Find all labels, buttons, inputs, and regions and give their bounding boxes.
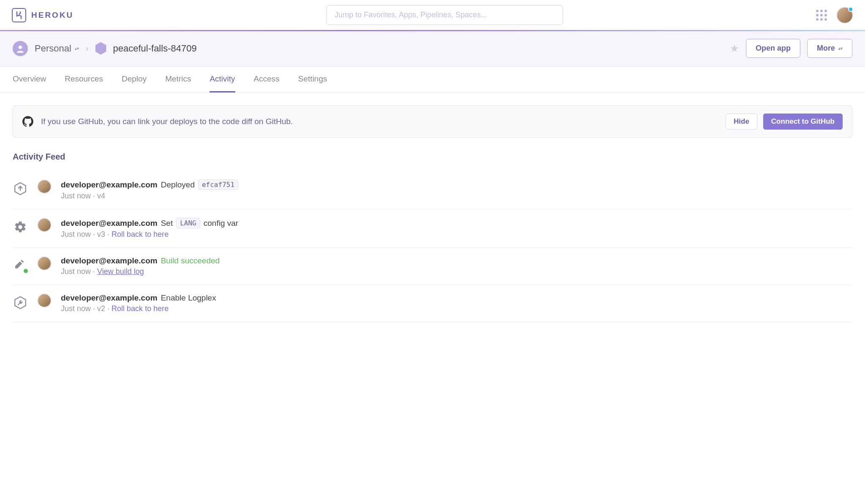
app-hex-icon: [95, 42, 106, 55]
user-avatar-small: [37, 218, 52, 232]
updown-icon: ▴▾: [838, 47, 843, 50]
feed-summary: developer@example.com Set LANG config va…: [61, 218, 852, 228]
more-label: More: [817, 44, 835, 53]
gear-icon: [13, 219, 28, 235]
github-icon: [22, 116, 33, 127]
feed-body: developer@example.com Deployed efcaf751 …: [61, 179, 852, 201]
feed-item: developer@example.com Enable Logplex Jus…: [13, 285, 852, 322]
app-name: peaceful-falls-84709: [113, 43, 197, 54]
feed-user: developer@example.com: [61, 256, 158, 266]
build-icon: [13, 258, 28, 273]
tab-access[interactable]: Access: [254, 67, 280, 92]
person-icon: [13, 41, 28, 56]
feed-summary: developer@example.com Build succeeded: [61, 256, 852, 266]
content: If you use GitHub, you can link your dep…: [0, 93, 865, 335]
user-avatar[interactable]: [836, 7, 853, 24]
svg-point-0: [19, 46, 22, 49]
banner-left: If you use GitHub, you can link your dep…: [22, 116, 293, 127]
feed-item: developer@example.com Build succeeded Ju…: [13, 248, 852, 285]
banner-actions: Hide Connect to GitHub: [726, 114, 843, 130]
feed-version: v2: [97, 304, 105, 313]
topbar-right: [816, 7, 853, 24]
tab-resources[interactable]: Resources: [65, 67, 103, 92]
feed-body: developer@example.com Set LANG config va…: [61, 218, 852, 239]
breadcrumb-actions: ★ Open app More ▴▾: [730, 39, 852, 58]
team-name: Personal: [35, 43, 71, 54]
banner-text: If you use GitHub, you can link your dep…: [41, 117, 293, 126]
updown-icon: ▴▾: [75, 47, 79, 50]
feed-meta: Just now · View build log: [61, 267, 852, 276]
feed-meta: Just now · v3 · Roll back to here: [61, 230, 852, 239]
breadcrumb: Personal ▴▾ › peaceful-falls-84709: [13, 41, 197, 56]
feed-meta: Just now · v4: [61, 192, 852, 201]
feed-item: developer@example.com Deployed efcaf751 …: [13, 171, 852, 209]
user-avatar-small: [37, 256, 52, 271]
feed-action: Deployed: [161, 180, 195, 190]
feed-version: v4: [97, 192, 105, 200]
rollback-link[interactable]: Roll back to here: [112, 304, 169, 313]
open-app-button[interactable]: Open app: [746, 39, 800, 58]
feed-action: Enable Logplex: [161, 293, 216, 303]
feed-time: Just now: [61, 304, 91, 313]
search-input[interactable]: [326, 5, 563, 25]
feed-suffix: config var: [204, 219, 238, 228]
deploy-icon: [13, 181, 28, 196]
feed-summary: developer@example.com Enable Logplex: [61, 293, 852, 303]
chevron-right-icon: ›: [86, 43, 89, 53]
feed-user: developer@example.com: [61, 219, 158, 228]
star-icon[interactable]: ★: [730, 43, 739, 54]
tab-settings[interactable]: Settings: [298, 67, 327, 92]
apps-grid-icon[interactable]: [816, 10, 827, 21]
search-container: [73, 5, 816, 25]
feed-summary: developer@example.com Deployed efcaf751: [61, 179, 852, 190]
logo[interactable]: HEROKU: [12, 8, 73, 22]
feed-user: developer@example.com: [61, 180, 158, 190]
success-badge-icon: [23, 268, 29, 274]
notification-dot-icon: [848, 7, 853, 12]
feed-item: developer@example.com Set LANG config va…: [13, 209, 852, 248]
user-avatar-small: [37, 293, 52, 308]
config-var-chip: LANG: [176, 218, 200, 228]
tabs: Overview Resources Deploy Metrics Activi…: [0, 67, 865, 93]
tab-activity[interactable]: Activity: [209, 67, 235, 92]
brand-text: HEROKU: [31, 11, 73, 20]
commit-chip[interactable]: efcaf751: [198, 179, 238, 190]
user-avatar-small: [37, 179, 52, 194]
tab-deploy[interactable]: Deploy: [122, 67, 147, 92]
feed-user: developer@example.com: [61, 293, 158, 303]
feed-title: Activity Feed: [13, 152, 852, 162]
team-selector[interactable]: Personal ▴▾: [35, 43, 79, 54]
hide-button[interactable]: Hide: [726, 114, 757, 130]
feed-body: developer@example.com Build succeeded Ju…: [61, 256, 852, 276]
feed-time: Just now: [61, 192, 91, 200]
wrench-icon: [13, 295, 28, 310]
build-status: Build succeeded: [161, 256, 220, 266]
tab-metrics[interactable]: Metrics: [165, 67, 191, 92]
feed-time: Just now: [61, 267, 91, 276]
feed-action: Set: [161, 219, 173, 228]
tab-overview[interactable]: Overview: [13, 67, 46, 92]
rollback-link[interactable]: Roll back to here: [112, 230, 169, 238]
feed-version: v3: [97, 230, 105, 238]
breadcrumb-bar: Personal ▴▾ › peaceful-falls-84709 ★ Ope…: [0, 30, 865, 67]
more-button[interactable]: More ▴▾: [807, 39, 852, 58]
connect-github-button[interactable]: Connect to GitHub: [763, 114, 843, 130]
feed-meta: Just now · v2 · Roll back to here: [61, 304, 852, 313]
heroku-logo-icon: [12, 8, 26, 22]
view-build-log-link[interactable]: View build log: [97, 267, 144, 276]
feed-time: Just now: [61, 230, 91, 238]
open-app-label: Open app: [756, 44, 791, 53]
top-bar: HEROKU: [0, 0, 865, 30]
feed-body: developer@example.com Enable Logplex Jus…: [61, 293, 852, 313]
github-banner: If you use GitHub, you can link your dep…: [13, 106, 852, 138]
